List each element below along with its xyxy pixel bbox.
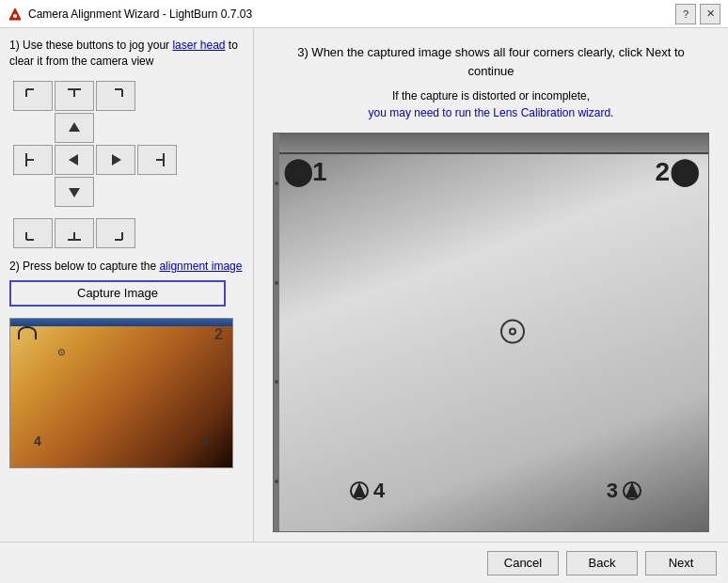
jog-left-edge[interactable]	[13, 145, 53, 175]
jog-left[interactable]	[55, 145, 94, 175]
app-icon	[8, 7, 23, 22]
window-title: Camera Alignment Wizard - LightBurn 0.7.…	[28, 8, 252, 21]
center-target	[499, 317, 527, 348]
capture-image-button[interactable]: Capture Image	[9, 280, 226, 307]
jog-top-center[interactable]	[55, 81, 94, 111]
jog-empty-4	[137, 113, 177, 143]
corner-label-4: 4	[349, 479, 385, 503]
help-button[interactable]: ?	[675, 4, 696, 24]
bottom-bar: Cancel Back Next	[0, 542, 728, 583]
jog-down[interactable]	[55, 177, 94, 207]
svg-point-22	[501, 320, 524, 342]
main-camera-image: ⬤1 2⬤ 4 3	[273, 133, 709, 532]
jog-empty-1	[137, 81, 177, 111]
left-panel: 1) Use these buttons to jog your laser h…	[0, 28, 254, 542]
jog-right[interactable]	[96, 145, 135, 175]
jog-right-edge[interactable]	[137, 145, 177, 175]
corner-label-1: ⬤1	[283, 156, 327, 187]
jog-bottom-left[interactable]	[13, 218, 53, 248]
jog-empty-3	[96, 113, 135, 143]
jog-empty-7	[137, 177, 177, 207]
title-bar: Camera Alignment Wizard - LightBurn 0.7.…	[0, 0, 728, 28]
instruction-2: 2) Press below to capture the alignment …	[9, 260, 244, 273]
svg-point-1	[13, 14, 17, 18]
svg-marker-15	[69, 188, 80, 197]
svg-point-23	[510, 328, 515, 334]
jog-up[interactable]	[55, 113, 94, 143]
close-button[interactable]: ✕	[700, 4, 720, 24]
svg-marker-12	[112, 154, 121, 165]
jog-empty-6	[96, 177, 135, 207]
instruction-3: 3) When the captured image shows all fou…	[273, 43, 709, 80]
jog-empty-2	[13, 113, 53, 143]
cancel-button[interactable]: Cancel	[487, 551, 559, 575]
instruction-1: 1) Use these buttons to jog your laser h…	[9, 38, 244, 70]
jog-top-left[interactable]	[13, 81, 53, 111]
next-button[interactable]: Next	[645, 551, 717, 575]
right-panel: 3) When the captured image shows all fou…	[254, 28, 728, 542]
jog-empty-8	[137, 218, 177, 248]
svg-marker-8	[69, 122, 80, 132]
jog-empty-5	[13, 177, 53, 207]
svg-marker-11	[69, 154, 78, 165]
corner-label-3: 3	[607, 479, 642, 503]
instruction-distort: If the capture is distorted or incomplet…	[273, 87, 709, 121]
corner-label-2: 2⬤	[655, 156, 699, 187]
camera-preview: 2 ⊙ 4 3	[9, 318, 233, 468]
jog-bottom-center[interactable]	[55, 218, 94, 248]
back-button[interactable]: Back	[566, 551, 638, 575]
jog-top-right[interactable]	[96, 81, 135, 111]
jog-bottom-right[interactable]	[96, 218, 135, 248]
